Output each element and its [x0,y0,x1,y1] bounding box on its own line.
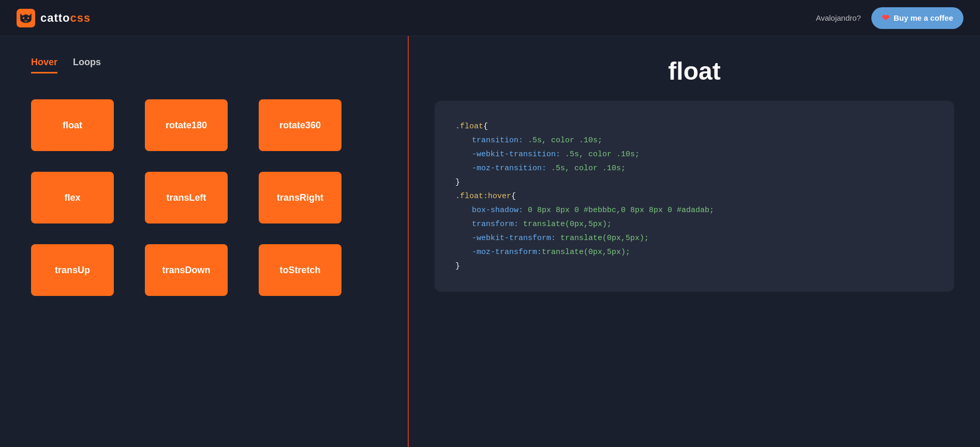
anim-rotate180-button[interactable]: rotate180 [145,99,228,151]
tab-hover[interactable]: Hover [31,57,57,73]
code-line-5: } [455,175,933,189]
anim-float-button[interactable]: float [31,99,114,151]
anim-transup-button[interactable]: transUp [31,244,114,296]
cat-logo-icon [17,9,35,27]
code-block: .float{ transition: .5s, color .10s; -we… [435,101,954,292]
code-line-3: -webkit-transition: .5s, color .10s; [455,147,933,161]
svg-point-1 [23,17,25,19]
buy-coffee-label: Buy me a coffee [894,13,953,22]
logo: cattocss [17,9,91,27]
code-line-9: -webkit-transform: translate(0px,5px); [455,231,933,245]
code-line-7: box-shadow: 0 8px 8px 0 #bebbbc,0 8px 8p… [455,203,933,217]
code-line-10: -moz-transform:translate(0px,5px); [455,245,933,259]
code-selector-float-hover: .float:hover [455,192,511,201]
main-layout: Hover Loops float rotate180 rotate360 fl… [0,36,980,447]
navbar-right: Avalojandro? ❤ Buy me a coffee [816,7,963,29]
left-panel: Hover Loops float rotate180 rotate360 fl… [0,36,409,447]
right-panel: float .float{ transition: .5s, color .10… [409,36,980,447]
anim-rotate360-button[interactable]: rotate360 [259,99,341,151]
code-title: float [435,57,954,85]
anim-transdown-button[interactable]: transDown [145,244,228,296]
anim-transright-button[interactable]: transRight [259,172,341,224]
code-line-4: -moz-transition: .5s, color .10s; [455,161,933,175]
tab-loops[interactable]: Loops [73,57,101,73]
buy-coffee-button[interactable]: ❤ Buy me a coffee [871,7,963,29]
animation-grid: float rotate180 rotate360 flex transLeft… [31,99,377,296]
code-selector-float: .float [455,122,483,131]
anim-tostretch-button[interactable]: toStretch [259,244,341,296]
code-line-8: transform: translate(0px,5px); [455,217,933,231]
code-line-11: } [455,259,933,273]
navbar: cattocss Avalojandro? ❤ Buy me a coffee [0,0,980,36]
code-line-2: transition: .5s, color .10s; [455,133,933,147]
svg-point-2 [27,17,29,19]
username-label: Avalojandro? [816,13,861,22]
anim-transleft-button[interactable]: transLeft [145,172,228,224]
heart-icon: ❤ [882,12,889,24]
anim-flex-button[interactable]: flex [31,172,114,224]
tabs-container: Hover Loops [31,57,377,73]
logo-text: cattocss [40,11,91,25]
code-line-1: .float{ [455,120,933,133]
code-line-6: .float:hover{ [455,189,933,203]
